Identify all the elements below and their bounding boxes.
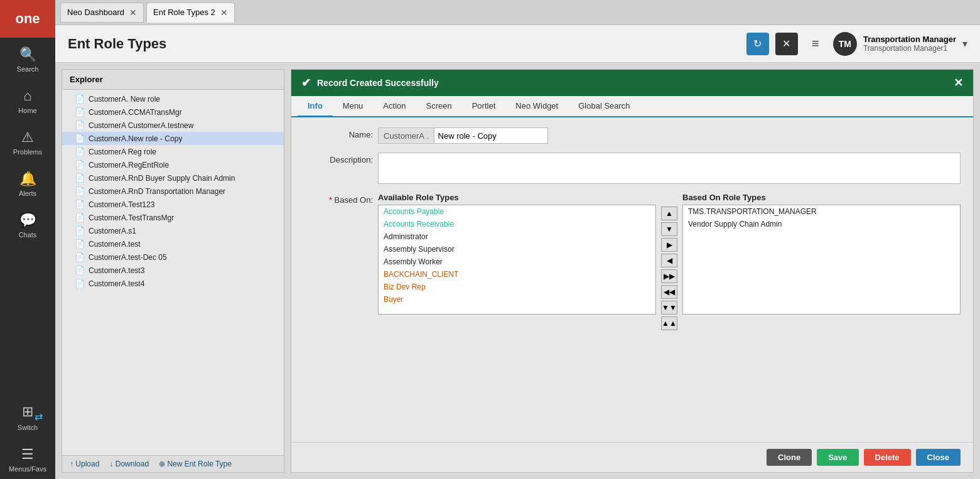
based-on-role-item[interactable]: TMS.TRANSPORTATION_MANAGER <box>683 205 960 218</box>
switch-secondary-icon: ⇄ <box>35 411 43 422</box>
available-role-item[interactable]: Assembly Supervisor <box>379 243 655 256</box>
available-role-item[interactable]: Biz Dev Rep <box>379 281 655 293</box>
file-icon: 📄 <box>75 200 85 209</box>
tab-global-search[interactable]: Global Search <box>568 96 640 117</box>
based-on-row: Based On: Available Role Types Accounts … <box>304 193 961 330</box>
explorer-item[interactable]: 📄CustomerA.New role - Copy <box>62 132 284 145</box>
form-footer: Clone Save Delete Close <box>291 442 973 472</box>
description-input[interactable] <box>378 153 961 184</box>
available-role-item[interactable]: Assembly Worker <box>379 256 655 268</box>
sidebar-item-search[interactable]: 🔍 Search <box>0 38 55 79</box>
based-on-roles-list[interactable]: TMS.TRANSPORTATION_MANAGERVendor Supply … <box>682 205 961 315</box>
explorer-item[interactable]: 📄CustomerA.TestTransMgr <box>62 211 284 224</box>
avatar: TM <box>833 32 857 56</box>
available-role-item[interactable]: Buyer <box>379 293 655 306</box>
move-left-button[interactable]: ◀ <box>661 254 677 267</box>
explorer-item[interactable]: 📄CustomerA.RegEntRole <box>62 158 284 171</box>
move-all-left-button[interactable]: ◀◀ <box>661 285 677 299</box>
sidebar-item-menus[interactable]: ☰ Menus/Favs <box>0 438 55 479</box>
close-button[interactable]: ✕ <box>775 33 798 55</box>
file-icon: 📄 <box>75 266 85 275</box>
user-dropdown-arrow[interactable]: ▾ <box>962 38 967 50</box>
tab-screen[interactable]: Screen <box>416 96 462 117</box>
switch-icon: ⊞ <box>22 404 33 420</box>
explorer-item[interactable]: 📄CustomerA.s1 <box>62 224 284 237</box>
tab-portlet[interactable]: Portlet <box>462 96 506 117</box>
based-on-role-item[interactable]: Vendor Supply Chain Admin <box>683 218 960 230</box>
explorer-item[interactable]: 📄CustomerA. New role <box>62 92 284 105</box>
tab-action[interactable]: Action <box>373 96 416 117</box>
download-link[interactable]: Download <box>109 460 149 468</box>
tab-close-ent-role-types-2[interactable]: ✕ <box>220 8 228 17</box>
refresh-button[interactable]: ↻ <box>746 33 769 55</box>
tab-label: Neo Dashboard <box>67 8 124 17</box>
explorer-item[interactable]: 📄CustomerA.test <box>62 237 284 250</box>
available-role-item[interactable]: Accounts Payable <box>379 205 655 218</box>
new-ent-role-type-link[interactable]: New Ent Role Type <box>159 460 232 468</box>
name-input[interactable] <box>434 127 548 144</box>
based-on-content: Available Role Types Accounts PayableAcc… <box>378 193 961 330</box>
explorer-item[interactable]: 📄CustomerA.Test123 <box>62 198 284 211</box>
move-all-right-button[interactable]: ▶▶ <box>661 269 677 283</box>
close-form-button[interactable]: Close <box>916 449 961 466</box>
tab-close-neo-dashboard[interactable]: ✕ <box>129 8 137 17</box>
tab-menu[interactable]: Menu <box>333 96 374 117</box>
save-button[interactable]: Save <box>817 449 858 466</box>
file-icon: 📄 <box>75 94 85 104</box>
explorer-item[interactable]: 📄CustomerA.test-Dec 05 <box>62 250 284 264</box>
sidebar-item-problems[interactable]: ⚠ Problems <box>0 121 55 162</box>
name-label: Name: <box>304 127 373 139</box>
available-role-item[interactable]: BACKCHAIN_CLIENT <box>379 268 655 281</box>
delete-button[interactable]: Delete <box>864 449 911 466</box>
menu-button[interactable]: ≡ <box>804 33 827 55</box>
sidebar-item-label: Problems <box>13 148 42 156</box>
explorer-item[interactable]: 📄CustomerA Reg role <box>62 145 284 158</box>
available-roles-title: Available Role Types <box>378 193 656 202</box>
explorer-list: 📄CustomerA. New role📄CustomerA.CCMATrans… <box>62 90 284 455</box>
success-close-button[interactable]: ✕ <box>954 77 963 89</box>
problems-icon: ⚠ <box>21 129 34 146</box>
move-up-button[interactable]: ▼ <box>661 222 677 236</box>
move-right-button[interactable]: ▶ <box>661 238 677 252</box>
available-role-item[interactable]: Accounts Receivable <box>379 218 655 230</box>
file-icon: 📄 <box>75 160 85 170</box>
tab-neo-widget[interactable]: Neo Widget <box>505 96 568 117</box>
tab-info[interactable]: Info <box>298 96 333 117</box>
sidebar-item-label: Chats <box>19 231 37 239</box>
success-icon: ✔ <box>301 76 311 90</box>
tab-ent-role-types-2[interactable]: Ent Role Types 2 ✕ <box>146 3 235 23</box>
name-input-group: CustomerA . <box>378 127 548 144</box>
file-icon: 📄 <box>75 107 85 117</box>
form-panel: ✔ Record Created Successfully ✕ Info Men… <box>291 69 974 473</box>
sidebar: one 🔍 Search ⌂ Home ⚠ Problems 🔔 Alerts … <box>0 0 55 479</box>
file-icon: 📄 <box>75 186 85 196</box>
move-top2-button[interactable]: ▲▲ <box>661 316 677 330</box>
file-icon: 📄 <box>75 173 85 183</box>
explorer-item[interactable]: 📄CustomerA.RnD Transportation Manager <box>62 185 284 198</box>
form-tabs: Info Menu Action Screen Portlet Neo Widg… <box>291 96 973 117</box>
success-message: Record Created Successfully <box>317 78 439 88</box>
file-icon: 📄 <box>75 213 85 222</box>
sidebar-item-chats[interactable]: 💬 Chats <box>0 203 55 245</box>
sidebar-item-switch[interactable]: ⊞ ⇄ Switch <box>0 394 55 438</box>
upload-link[interactable]: Upload <box>70 460 99 468</box>
sidebar-item-home[interactable]: ⌂ Home <box>0 79 55 121</box>
explorer-item[interactable]: 📄CustomerA CustomerA.testnew <box>62 119 284 132</box>
move-top-button[interactable]: ▲ <box>661 207 677 220</box>
explorer-item[interactable]: 📄CustomerA.test4 <box>62 277 284 290</box>
sidebar-item-label: Search <box>17 65 39 73</box>
switch-icon-wrap: ⊞ ⇄ <box>15 402 40 421</box>
sidebar-item-alerts[interactable]: 🔔 Alerts <box>0 162 55 203</box>
move-bottom-button[interactable]: ▼▼ <box>661 301 677 315</box>
explorer-item[interactable]: 📄CustomerA.CCMATransMgr <box>62 105 284 119</box>
form-content: Name: CustomerA . Description: Based On: <box>291 117 973 442</box>
explorer-item[interactable]: 📄CustomerA.RnD Buyer Supply Chain Admin <box>62 171 284 185</box>
available-role-item[interactable]: Administrator <box>379 230 655 243</box>
explorer-item[interactable]: 📄CustomerA.test3 <box>62 264 284 277</box>
clone-button[interactable]: Clone <box>767 449 812 466</box>
sidebar-item-label: Switch <box>18 424 38 431</box>
file-icon: 📄 <box>75 134 85 143</box>
tab-neo-dashboard[interactable]: Neo Dashboard ✕ <box>60 3 144 23</box>
available-roles-list[interactable]: Accounts PayableAccounts ReceivableAdmin… <box>378 205 656 315</box>
user-role: Transportation Manager1 <box>863 44 956 53</box>
